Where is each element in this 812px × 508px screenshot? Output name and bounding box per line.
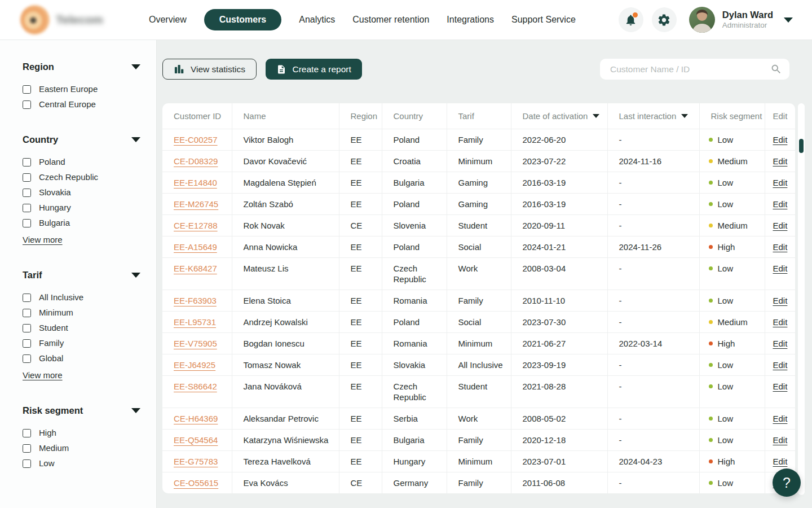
edit-link[interactable]: Edit bbox=[773, 414, 788, 423]
risk-dot-icon bbox=[709, 341, 713, 345]
avatar[interactable] bbox=[689, 7, 715, 33]
edit-link[interactable]: Edit bbox=[773, 135, 788, 144]
filter-option-low[interactable]: Low bbox=[23, 458, 140, 468]
customer-id-link[interactable]: EE-K68427 bbox=[174, 264, 217, 273]
view-more-link[interactable]: View more bbox=[23, 235, 63, 244]
filter-option-slovakia[interactable]: Slovakia bbox=[23, 187, 140, 198]
filter-option-high[interactable]: High bbox=[23, 428, 140, 438]
help-button[interactable]: ? bbox=[773, 468, 801, 497]
user-info[interactable]: Dylan Ward Administrator bbox=[722, 10, 773, 30]
edit-link[interactable]: Edit bbox=[773, 264, 788, 273]
edit-link[interactable]: Edit bbox=[773, 360, 788, 370]
settings-button[interactable] bbox=[652, 7, 677, 32]
edit-link[interactable]: Edit bbox=[773, 156, 788, 166]
filter-option-czech-republic[interactable]: Czech Republic bbox=[23, 172, 140, 182]
checkbox-minimum[interactable] bbox=[23, 309, 31, 317]
checkbox-low[interactable] bbox=[23, 459, 31, 468]
edit-link[interactable]: Edit bbox=[773, 435, 788, 445]
risk-label: Low bbox=[718, 435, 734, 445]
nav-item-customer-retention[interactable]: Customer retention bbox=[352, 15, 429, 25]
notifications-button[interactable] bbox=[619, 7, 643, 32]
sort-chevron-icon[interactable] bbox=[593, 114, 599, 118]
filter-option-family[interactable]: Family bbox=[23, 338, 140, 348]
edit-link[interactable]: Edit bbox=[773, 457, 788, 466]
table-row: EE-E14840Magdalena StępieńEEBulgariaGami… bbox=[162, 172, 795, 193]
checkbox-global[interactable] bbox=[23, 354, 31, 363]
nav-item-customers[interactable]: Customers bbox=[204, 9, 282, 30]
checkbox-bulgaria[interactable] bbox=[23, 219, 31, 227]
nav-item-overview[interactable]: Overview bbox=[149, 15, 187, 25]
filter-option-minimum[interactable]: Minimum bbox=[23, 308, 140, 318]
edit-link[interactable]: Edit bbox=[773, 382, 788, 391]
customer-id-link[interactable]: EE-Q54564 bbox=[174, 435, 218, 445]
checkbox-central-europe[interactable] bbox=[23, 100, 31, 109]
table-row: EE-K68427Mateusz LisEECzech RepublicWork… bbox=[162, 257, 795, 290]
search-input[interactable] bbox=[609, 64, 770, 75]
cell-country: Poland bbox=[382, 129, 447, 150]
create-report-label: Create a report bbox=[293, 64, 351, 75]
customer-id-link[interactable]: EE-F63903 bbox=[174, 296, 217, 305]
chevron-down-icon[interactable] bbox=[131, 64, 140, 69]
customer-id-link[interactable]: EE-M26745 bbox=[174, 199, 218, 209]
chevron-down-icon[interactable] bbox=[131, 273, 140, 278]
filter-option-all-inclusive[interactable]: All Inclusive bbox=[23, 292, 140, 303]
checkbox-poland[interactable] bbox=[23, 158, 31, 167]
customer-id-link[interactable]: EE-C00257 bbox=[174, 135, 218, 144]
nav-item-analytics[interactable]: Analytics bbox=[299, 15, 335, 25]
risk-segment-cell: Low bbox=[699, 429, 765, 450]
filter-option-global[interactable]: Global bbox=[23, 353, 140, 364]
cell-last-interaction: - bbox=[607, 472, 699, 493]
filter-option-label: Czech Republic bbox=[39, 172, 98, 182]
edit-link[interactable]: Edit bbox=[773, 199, 788, 209]
customer-id-link[interactable]: EE-E14840 bbox=[174, 178, 217, 187]
view-more-link[interactable]: View more bbox=[23, 370, 63, 380]
checkbox-student[interactable] bbox=[23, 324, 31, 332]
customer-id-link[interactable]: EE-V75905 bbox=[174, 339, 217, 348]
checkbox-medium[interactable] bbox=[23, 444, 31, 453]
create-report-button[interactable]: Create a report bbox=[266, 59, 362, 80]
table-scrollbar-track[interactable] bbox=[798, 103, 805, 495]
search-icon[interactable] bbox=[770, 63, 782, 75]
column-header-date-of-activation[interactable]: Date of activation bbox=[511, 103, 607, 129]
edit-link[interactable]: Edit bbox=[773, 242, 788, 252]
filter-option-medium[interactable]: Medium bbox=[23, 443, 140, 453]
edit-link[interactable]: Edit bbox=[773, 339, 788, 348]
checkbox-hungary[interactable] bbox=[23, 204, 31, 212]
customer-id-link[interactable]: CE-D08329 bbox=[174, 156, 218, 166]
filter-option-central-europe[interactable]: Central Europe bbox=[23, 99, 140, 110]
filter-option-eastern-europe[interactable]: Eastern Europe bbox=[23, 84, 140, 94]
filter-option-bulgaria[interactable]: Bulgaria bbox=[23, 218, 140, 228]
table-scrollbar-thumb[interactable] bbox=[799, 139, 804, 153]
customer-id-link[interactable]: CE-O55615 bbox=[174, 478, 218, 488]
customer-id-link[interactable]: CE-E12788 bbox=[174, 221, 218, 230]
customer-id-link[interactable]: EE-G75783 bbox=[174, 457, 218, 466]
filter-option-poland[interactable]: Poland bbox=[23, 157, 140, 167]
chevron-down-icon[interactable] bbox=[131, 137, 140, 142]
sort-chevron-icon[interactable] bbox=[681, 114, 688, 118]
customer-id-link[interactable]: EE-J64925 bbox=[174, 360, 215, 370]
edit-link[interactable]: Edit bbox=[773, 317, 788, 327]
edit-link[interactable]: Edit bbox=[773, 296, 788, 305]
nav-item-integrations[interactable]: Integrations bbox=[447, 15, 494, 25]
customer-id-link[interactable]: EE-L95731 bbox=[174, 317, 216, 327]
checkbox-all-inclusive[interactable] bbox=[23, 294, 31, 302]
user-menu-chevron-icon[interactable] bbox=[784, 17, 793, 23]
customer-id-link[interactable]: EE-A15649 bbox=[174, 242, 217, 252]
nav-item-support-service[interactable]: Support Service bbox=[511, 15, 576, 25]
customer-id-link[interactable]: EE-S86642 bbox=[174, 382, 217, 391]
customer-id-link[interactable]: CE-H64369 bbox=[174, 414, 218, 423]
edit-link[interactable]: Edit bbox=[773, 221, 788, 230]
edit-link[interactable]: Edit bbox=[773, 178, 788, 187]
checkbox-czech-republic[interactable] bbox=[23, 173, 31, 182]
checkbox-high[interactable] bbox=[23, 429, 31, 437]
filter-option-label: Poland bbox=[39, 157, 65, 167]
column-header-last-interaction[interactable]: Last interaction bbox=[607, 103, 699, 129]
checkbox-slovakia[interactable] bbox=[23, 189, 31, 197]
checkbox-eastern-europe[interactable] bbox=[23, 85, 31, 94]
filter-option-hungary[interactable]: Hungary bbox=[23, 203, 140, 213]
filter-option-student[interactable]: Student bbox=[23, 323, 140, 333]
chevron-down-icon[interactable] bbox=[131, 408, 140, 413]
cell-name: Eva Kovács bbox=[232, 472, 339, 493]
view-statistics-button[interactable]: View statistics bbox=[162, 59, 257, 80]
checkbox-family[interactable] bbox=[23, 339, 31, 348]
